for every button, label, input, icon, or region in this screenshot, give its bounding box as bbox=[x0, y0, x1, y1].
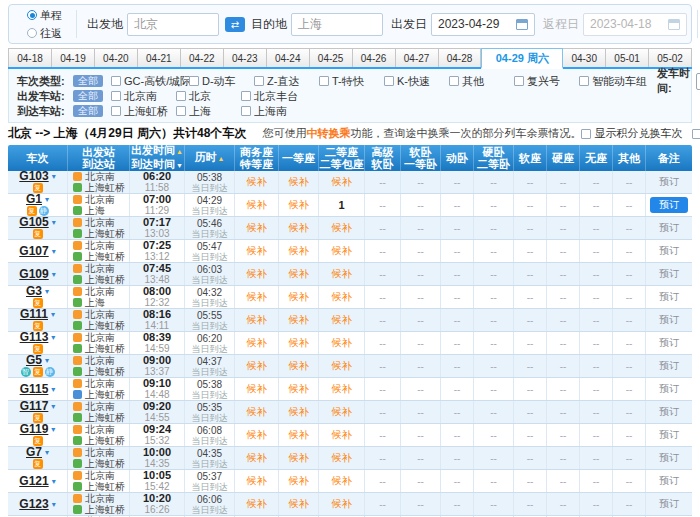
candidate-link[interactable]: 候补 bbox=[247, 382, 267, 396]
candidate-link[interactable]: 候补 bbox=[247, 451, 267, 465]
candidate-link[interactable]: 候补 bbox=[289, 405, 309, 419]
checkbox-icon[interactable] bbox=[111, 76, 121, 86]
date-tab-04-30[interactable]: 04-30 bbox=[563, 48, 606, 67]
date-tab-04-28[interactable]: 04-28 bbox=[439, 48, 482, 67]
candidate-link[interactable]: 候补 bbox=[247, 428, 267, 442]
checkbox-icon[interactable] bbox=[176, 91, 186, 101]
toggle-显示全部可预订车次[interactable]: 显示全部可预订车次 bbox=[692, 126, 700, 141]
date-tab-04-24[interactable]: 04-24 bbox=[267, 48, 310, 67]
date-tab-04-22[interactable]: 04-22 bbox=[181, 48, 224, 67]
checkbox-icon[interactable] bbox=[692, 129, 700, 139]
sort-asc-icon[interactable]: ▲ bbox=[176, 148, 183, 155]
date-tab-04-18[interactable]: 04-18 bbox=[8, 48, 52, 67]
train-number-link[interactable]: G119 bbox=[20, 424, 49, 435]
candidate-link[interactable]: 候补 bbox=[332, 244, 352, 258]
candidate-link[interactable]: 候补 bbox=[289, 267, 309, 281]
date-tab-04-29[interactable]: 04-29 周六 bbox=[481, 48, 563, 69]
chevron-down-icon[interactable]: ▾ bbox=[52, 246, 56, 257]
candidate-link[interactable]: 候补 bbox=[247, 336, 267, 350]
filter-option-GC-高铁/城际[interactable]: GC-高铁/城际 bbox=[111, 74, 189, 89]
date-tab-04-21[interactable]: 04-21 bbox=[138, 48, 181, 67]
trip-type-option-往返[interactable]: 往返 bbox=[27, 26, 62, 41]
candidate-link[interactable]: 候补 bbox=[247, 359, 267, 373]
filter-option-Z-直达[interactable]: Z-直达 bbox=[254, 74, 319, 89]
depart-date-input[interactable]: 2023-04-29 bbox=[431, 13, 535, 36]
candidate-link[interactable]: 候补 bbox=[247, 175, 267, 189]
train-number-link[interactable]: G7 bbox=[26, 447, 42, 458]
filter-all-button[interactable]: 全部 bbox=[73, 75, 103, 87]
candidate-link[interactable]: 候补 bbox=[332, 428, 352, 442]
candidate-link[interactable]: 候补 bbox=[289, 198, 309, 212]
chevron-down-icon[interactable]: ▾ bbox=[51, 401, 55, 412]
checkbox-icon[interactable] bbox=[579, 76, 589, 86]
candidate-link[interactable]: 候补 bbox=[289, 497, 309, 511]
candidate-link[interactable]: 候补 bbox=[289, 175, 309, 189]
trip-type-option-单程[interactable]: 单程 bbox=[27, 8, 62, 23]
train-number-link[interactable]: G113 bbox=[20, 332, 49, 343]
chevron-down-icon[interactable]: ▾ bbox=[52, 476, 56, 487]
candidate-link[interactable]: 候补 bbox=[332, 497, 352, 511]
calendar-icon[interactable] bbox=[516, 19, 528, 30]
candidate-link[interactable]: 候补 bbox=[289, 336, 309, 350]
chevron-down-icon[interactable]: ▾ bbox=[45, 355, 49, 366]
filter-option-T-特快[interactable]: T-特快 bbox=[319, 74, 384, 89]
candidate-link[interactable]: 候补 bbox=[247, 267, 267, 281]
filter-option-上海[interactable]: 上海 bbox=[176, 104, 241, 119]
filter-option-D-动车[interactable]: D-动车 bbox=[189, 74, 254, 89]
candidate-link[interactable]: 候补 bbox=[332, 267, 352, 281]
train-number-link[interactable]: G3 bbox=[26, 286, 42, 297]
depart-time-select[interactable]: 00:00--24:00▾ bbox=[696, 73, 700, 90]
transfer-link[interactable]: 中转换乘 bbox=[306, 127, 350, 139]
date-tab-04-19[interactable]: 04-19 bbox=[52, 48, 95, 67]
candidate-link[interactable]: 候补 bbox=[289, 451, 309, 465]
candidate-link[interactable]: 候补 bbox=[247, 290, 267, 304]
candidate-link[interactable]: 候补 bbox=[247, 313, 267, 327]
train-number-link[interactable]: G111 bbox=[20, 309, 48, 320]
candidate-link[interactable]: 候补 bbox=[289, 474, 309, 488]
checkbox-icon[interactable] bbox=[241, 91, 251, 101]
checkbox-icon[interactable] bbox=[384, 76, 394, 86]
train-number-link[interactable]: G1 bbox=[26, 194, 42, 205]
column-header-出发时间[interactable]: 出发时间▲到达时间▼ bbox=[130, 145, 185, 171]
candidate-link[interactable]: 候补 bbox=[289, 244, 309, 258]
checkbox-icon[interactable] bbox=[111, 106, 121, 116]
chevron-down-icon[interactable]: ▾ bbox=[52, 217, 56, 228]
date-tab-05-01[interactable]: 05-01 bbox=[606, 48, 649, 67]
date-tab-04-26[interactable]: 04-26 bbox=[353, 48, 396, 67]
candidate-link[interactable]: 候补 bbox=[289, 382, 309, 396]
candidate-link[interactable]: 候补 bbox=[332, 290, 352, 304]
train-number-link[interactable]: G105 bbox=[19, 217, 48, 228]
train-number-link[interactable]: G123 bbox=[19, 499, 48, 510]
candidate-link[interactable]: 候补 bbox=[289, 313, 309, 327]
book-button-G1[interactable]: 预订 bbox=[650, 197, 688, 213]
candidate-link[interactable]: 候补 bbox=[289, 428, 309, 442]
from-input[interactable]: 北京 bbox=[127, 13, 219, 36]
filter-option-北京[interactable]: 北京 bbox=[176, 89, 241, 104]
filter-all-button[interactable]: 全部 bbox=[73, 105, 103, 117]
chevron-down-icon[interactable]: ▾ bbox=[51, 384, 55, 395]
chevron-down-icon[interactable]: ▾ bbox=[51, 309, 55, 320]
chevron-down-icon[interactable]: ▾ bbox=[52, 171, 56, 182]
column-header-历时[interactable]: 历时▲ bbox=[185, 145, 235, 171]
train-number-link[interactable]: G115 bbox=[20, 384, 49, 395]
toggle-显示积分兑换车次[interactable]: 显示积分兑换车次 bbox=[581, 126, 682, 141]
train-number-link[interactable]: G109 bbox=[19, 269, 48, 280]
chevron-down-icon[interactable]: ▾ bbox=[45, 286, 49, 297]
candidate-link[interactable]: 候补 bbox=[247, 497, 267, 511]
to-input[interactable]: 上海 bbox=[291, 13, 383, 36]
date-tab-04-20[interactable]: 04-20 bbox=[95, 48, 138, 67]
checkbox-icon[interactable] bbox=[176, 106, 186, 116]
sort-asc-icon[interactable]: ▲ bbox=[218, 155, 225, 162]
candidate-link[interactable]: 候补 bbox=[332, 359, 352, 373]
filter-option-北京南[interactable]: 北京南 bbox=[111, 89, 176, 104]
candidate-link[interactable]: 候补 bbox=[332, 405, 352, 419]
candidate-link[interactable]: 候补 bbox=[332, 474, 352, 488]
filter-option-北京丰台[interactable]: 北京丰台 bbox=[241, 89, 306, 104]
date-tab-04-25[interactable]: 04-25 bbox=[310, 48, 353, 67]
date-tab-04-27[interactable]: 04-27 bbox=[396, 48, 439, 67]
candidate-link[interactable]: 候补 bbox=[332, 221, 352, 235]
candidate-link[interactable]: 候补 bbox=[332, 336, 352, 350]
candidate-link[interactable]: 候补 bbox=[247, 405, 267, 419]
train-number-link[interactable]: G103 bbox=[19, 171, 48, 182]
candidate-link[interactable]: 候补 bbox=[332, 451, 352, 465]
